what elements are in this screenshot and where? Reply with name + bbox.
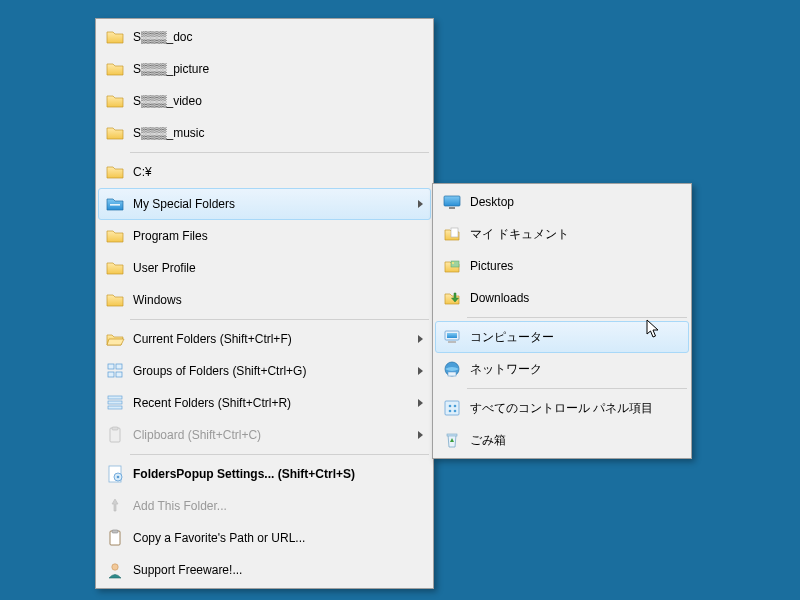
- folder-icon: [101, 23, 129, 51]
- menu-item-label: Windows: [133, 293, 426, 307]
- menu-item[interactable]: Desktop: [435, 186, 689, 218]
- pictures-icon: [438, 252, 466, 280]
- menu-item-label: ネットワーク: [470, 361, 684, 378]
- menu-item-label: Pictures: [470, 259, 684, 273]
- menu-item[interactable]: Copy a Favorite's Path or URL...: [98, 522, 431, 554]
- user-icon: [101, 556, 129, 584]
- menu-item[interactable]: すべてのコントロール パネル項目: [435, 392, 689, 424]
- menu-item[interactable]: C:¥: [98, 156, 431, 188]
- menu-item[interactable]: Groups of Folders (Shift+Ctrl+G): [98, 355, 431, 387]
- menu-item[interactable]: ネットワーク: [435, 353, 689, 385]
- menu-item[interactable]: My Special Folders: [98, 188, 431, 220]
- menu-item[interactable]: Support Freeware!...: [98, 554, 431, 586]
- menu-item-label: マイ ドキュメント: [470, 226, 684, 243]
- recycle-bin-icon: [438, 426, 466, 454]
- chevron-right-icon: [418, 431, 423, 439]
- control-panel-icon: [438, 394, 466, 422]
- menu-item-label: FoldersPopup Settings... (Shift+Ctrl+S): [133, 467, 426, 481]
- menu-item[interactable]: Current Folders (Shift+Ctrl+F): [98, 323, 431, 355]
- special-folders-submenu: Desktopマイ ドキュメントPicturesDownloadsコンピューター…: [432, 183, 692, 459]
- menu-item-label: コンピューター: [470, 329, 684, 346]
- folder-icon: [101, 254, 129, 282]
- folder-icon: [101, 158, 129, 186]
- menu-item[interactable]: S▒▒▒_picture: [98, 53, 431, 85]
- menu-item[interactable]: Program Files: [98, 220, 431, 252]
- menu-item-label: Desktop: [470, 195, 684, 209]
- special-folder-icon: [101, 190, 129, 218]
- documents-icon: [438, 220, 466, 248]
- menu-item: Clipboard (Shift+Ctrl+C): [98, 419, 431, 451]
- menu-item-label: Current Folders (Shift+Ctrl+F): [133, 332, 418, 346]
- separator: [467, 388, 687, 389]
- separator: [130, 319, 429, 320]
- folder-icon: [101, 222, 129, 250]
- menu-item-label: My Special Folders: [133, 197, 418, 211]
- menu-item-label: Program Files: [133, 229, 426, 243]
- menu-item-label: S▒▒▒_video: [133, 94, 426, 108]
- menu-item-label: Downloads: [470, 291, 684, 305]
- menu-item-label: Support Freeware!...: [133, 563, 426, 577]
- downloads-icon: [438, 284, 466, 312]
- folder-icon: [101, 119, 129, 147]
- settings-doc-icon: [101, 460, 129, 488]
- menu-item[interactable]: Windows: [98, 284, 431, 316]
- separator: [467, 317, 687, 318]
- menu-item[interactable]: User Profile: [98, 252, 431, 284]
- menu-item: Add This Folder...: [98, 490, 431, 522]
- menu-item-label: S▒▒▒_doc: [133, 30, 426, 44]
- menu-item[interactable]: マイ ドキュメント: [435, 218, 689, 250]
- computer-icon: [438, 323, 466, 351]
- menu-item[interactable]: S▒▒▒_music: [98, 117, 431, 149]
- chevron-right-icon: [418, 367, 423, 375]
- menu-item-label: C:¥: [133, 165, 426, 179]
- folder-open-icon: [101, 325, 129, 353]
- menu-item[interactable]: S▒▒▒_doc: [98, 21, 431, 53]
- menu-item-label: User Profile: [133, 261, 426, 275]
- menu-item-label: ごみ箱: [470, 432, 684, 449]
- menu-item-label: Add This Folder...: [133, 499, 426, 513]
- menu-item-label: Copy a Favorite's Path or URL...: [133, 531, 426, 545]
- recent-icon: [101, 389, 129, 417]
- menu-item[interactable]: S▒▒▒_video: [98, 85, 431, 117]
- menu-item-label: S▒▒▒_music: [133, 126, 426, 140]
- menu-item[interactable]: FoldersPopup Settings... (Shift+Ctrl+S): [98, 458, 431, 490]
- menu-item[interactable]: ごみ箱: [435, 424, 689, 456]
- main-context-menu: S▒▒▒_docS▒▒▒_pictureS▒▒▒_videoS▒▒▒_music…: [95, 18, 434, 589]
- folder-icon: [101, 87, 129, 115]
- desktop-icon: [438, 188, 466, 216]
- menu-item[interactable]: Recent Folders (Shift+Ctrl+R): [98, 387, 431, 419]
- chevron-right-icon: [418, 399, 423, 407]
- groups-icon: [101, 357, 129, 385]
- menu-item-label: Groups of Folders (Shift+Ctrl+G): [133, 364, 418, 378]
- menu-item-label: すべてのコントロール パネル項目: [470, 400, 684, 417]
- menu-item[interactable]: Pictures: [435, 250, 689, 282]
- menu-item-label: S▒▒▒_picture: [133, 62, 426, 76]
- menu-item-label: Clipboard (Shift+Ctrl+C): [133, 428, 418, 442]
- network-icon: [438, 355, 466, 383]
- chevron-right-icon: [418, 200, 423, 208]
- pin-gray-icon: [101, 492, 129, 520]
- clipboard-icon: [101, 524, 129, 552]
- folder-icon: [101, 55, 129, 83]
- separator: [130, 152, 429, 153]
- menu-item-label: Recent Folders (Shift+Ctrl+R): [133, 396, 418, 410]
- folder-icon: [101, 286, 129, 314]
- menu-item[interactable]: Downloads: [435, 282, 689, 314]
- menu-item[interactable]: コンピューター: [435, 321, 689, 353]
- separator: [130, 454, 429, 455]
- clipboard-gray-icon: [101, 421, 129, 449]
- chevron-right-icon: [418, 335, 423, 343]
